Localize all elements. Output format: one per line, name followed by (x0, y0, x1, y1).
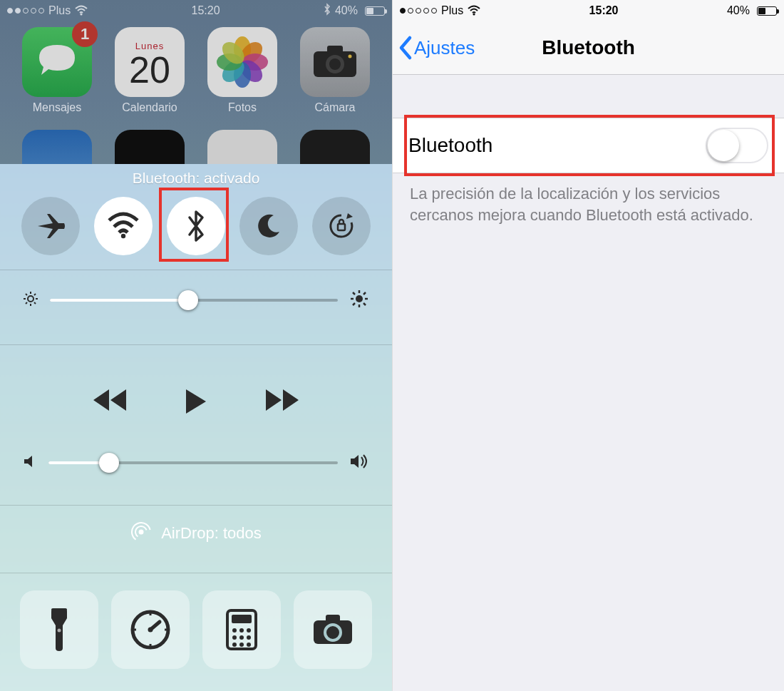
svg-line-21 (34, 302, 36, 304)
svg-point-14 (121, 234, 125, 238)
bluetooth-icon (187, 210, 205, 242)
cell-label: Bluetooth (408, 134, 492, 157)
dnd-toggle[interactable] (239, 197, 298, 255)
airplane-icon (36, 211, 66, 241)
switch-knob (708, 130, 739, 161)
calculator-button[interactable] (202, 590, 281, 669)
orientation-lock-toggle[interactable] (312, 197, 371, 255)
svg-point-48 (232, 628, 237, 633)
svg-rect-10 (327, 46, 343, 54)
status-bar: Plus 15:20 40% (393, 0, 784, 21)
carrier-label: Plus (48, 4, 71, 17)
wifi-icon (468, 6, 480, 16)
svg-point-25 (356, 295, 363, 302)
flashlight-button[interactable] (20, 590, 98, 669)
screen-control-center: Plus 15:20 40% 1 Mensajes Lunes 20 (0, 0, 392, 691)
forward-button[interactable] (264, 388, 300, 418)
battery-icon (362, 6, 385, 16)
cc-shortcuts (0, 573, 392, 669)
app-label: Cámara (315, 101, 356, 114)
back-button[interactable]: Ajustes (398, 21, 475, 74)
rotation-lock-icon (326, 211, 356, 241)
status-bar: Plus 15:20 40% (0, 0, 392, 21)
airplane-toggle[interactable] (21, 197, 80, 255)
svg-point-0 (81, 13, 83, 15)
calculator-icon (226, 609, 257, 650)
flashlight-icon (47, 607, 71, 652)
play-button[interactable] (185, 388, 207, 418)
app-calendar[interactable]: Lunes 20 Calendario (111, 27, 188, 114)
bluetooth-switch[interactable] (706, 128, 768, 163)
camera-icon (300, 27, 370, 97)
svg-rect-37 (51, 608, 67, 612)
timer-button[interactable] (111, 590, 190, 669)
camera-icon (311, 613, 354, 646)
svg-point-49 (239, 628, 244, 633)
calendar-day: 20 (129, 51, 170, 88)
cc-toggle-row (0, 187, 392, 255)
carrier-label: Plus (441, 4, 463, 17)
svg-line-22 (26, 294, 27, 295)
svg-line-32 (353, 303, 355, 305)
brightness-slider[interactable] (50, 299, 338, 302)
brightness-high-icon (349, 289, 369, 312)
svg-point-38 (58, 629, 61, 633)
svg-point-50 (247, 628, 251, 633)
volume-slider[interactable] (48, 461, 338, 464)
wifi-toggle[interactable] (94, 197, 153, 255)
app-label: Mensajes (33, 101, 81, 114)
app-camera[interactable]: Cámara (296, 27, 373, 114)
photos-icon (207, 27, 277, 97)
camera-shortcut-button[interactable] (294, 590, 372, 669)
battery-pct: 40% (727, 4, 750, 17)
clock-label: 15:20 (192, 4, 220, 17)
app-photos[interactable]: Fotos (204, 27, 281, 114)
calendar-icon: Lunes 20 (115, 27, 185, 97)
svg-point-55 (239, 643, 244, 647)
svg-line-30 (363, 303, 366, 305)
battery-icon (754, 6, 777, 16)
bluetooth-toggle[interactable] (167, 197, 225, 255)
volume-slider-row (0, 454, 392, 491)
svg-point-16 (28, 296, 33, 302)
signal-dots (400, 8, 437, 14)
signal-dots (7, 8, 44, 14)
svg-point-60 (473, 13, 475, 15)
svg-point-52 (239, 635, 244, 640)
svg-line-23 (26, 302, 27, 304)
moon-icon (256, 213, 282, 239)
bluetooth-status-icon (324, 4, 331, 18)
svg-point-54 (232, 643, 237, 647)
wifi-icon (108, 213, 139, 239)
app-label: Fotos (228, 101, 257, 114)
messages-icon: 1 (22, 27, 92, 97)
airdrop-row[interactable]: AirDrop: todos (0, 506, 392, 558)
svg-point-34 (139, 530, 144, 535)
volume-low-icon (23, 454, 37, 471)
svg-line-41 (150, 622, 160, 630)
home-apps-row-2 (0, 130, 392, 164)
app-label: Calendario (122, 101, 177, 114)
battery-pct: 40% (335, 4, 358, 17)
messages-badge: 1 (72, 21, 98, 47)
airdrop-label: AirDrop: todos (161, 524, 262, 542)
svg-point-13 (349, 55, 352, 58)
rewind-button[interactable] (92, 388, 128, 418)
svg-line-33 (363, 292, 366, 295)
app-messages[interactable]: 1 Mensajes (19, 27, 96, 114)
clock-label: 15:20 (589, 4, 619, 17)
svg-line-31 (353, 292, 355, 295)
volume-high-icon (349, 454, 369, 472)
back-label: Ajustes (414, 37, 475, 59)
airdrop-icon (130, 521, 152, 543)
svg-point-12 (329, 58, 341, 70)
cc-status-label: Bluetooth: activado (0, 170, 392, 187)
media-controls (0, 345, 392, 454)
svg-point-51 (232, 635, 237, 640)
nav-title: Bluetooth (542, 36, 635, 59)
brightness-low-icon (23, 291, 38, 309)
home-apps-row: 1 Mensajes Lunes 20 Calendario (0, 27, 392, 114)
svg-rect-15 (338, 224, 345, 230)
nav-bar: Ajustes Bluetooth (393, 21, 784, 75)
screen-settings-bluetooth: Plus 15:20 40% Ajustes Bluetooth Bluetoo… (392, 0, 784, 691)
